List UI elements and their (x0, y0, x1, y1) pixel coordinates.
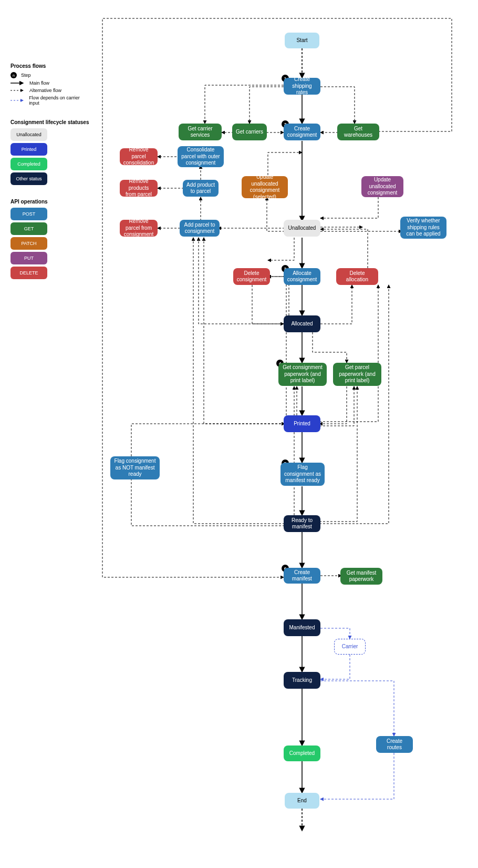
legend-carrier-flow: Flow depends on carrier input (29, 95, 89, 106)
node-ready-manifest: Ready to manifest (284, 515, 320, 532)
node-create-manifest: Create manifest (284, 568, 320, 584)
node-get-warehouses: Get warehouses (337, 124, 379, 140)
node-get-carriers: Get carriers (232, 124, 267, 140)
node-get-consign-paper: Get consignment paperwork (and print lab… (278, 363, 327, 386)
node-carrier: Carrier (334, 639, 366, 655)
node-flag-ready: Flag consignment as manifest ready (280, 463, 325, 486)
swatch-patch: PATCH (11, 237, 47, 250)
node-delete-allocation: Delete allocation (336, 268, 378, 285)
swatch-completed: Completed (11, 158, 47, 170)
node-tracking: Tracking (284, 672, 320, 689)
node-unallocated: Unallocated (284, 220, 320, 237)
node-delete-consignment: Delete consignment (233, 268, 270, 285)
legend-title-statuses: Consignment lifecycle statuses (11, 119, 89, 125)
node-verify-rules: Verify whether shipping rules can be app… (400, 217, 446, 239)
node-get-manifest-paper: Get manifest paperwork (340, 568, 382, 585)
node-start: Start (285, 33, 319, 48)
node-add-parcel: Add parcel to consignment (180, 220, 220, 237)
legend-title-api: API operations (11, 199, 89, 205)
node-update-unalloc-selected: Update unallocated consignment (selected… (242, 176, 288, 198)
legend-title-process: Process flows (11, 63, 89, 69)
legend-process-flows: Process flows nStep Main flow Alternativ… (11, 63, 89, 106)
node-end: End (285, 793, 319, 809)
node-printed: Printed (284, 415, 320, 432)
swatch-put: PUT (11, 252, 47, 264)
node-allocated: Allocated (284, 315, 320, 332)
node-flag-not-ready: Flag consignment as NOT manifest ready (110, 456, 160, 479)
legend-api-ops: API operations POST GET PATCH PUT DELETE (11, 199, 89, 279)
node-remove-products: Remove products from parcel (120, 180, 158, 197)
swatch-post: POST (11, 208, 47, 220)
legend-main-flow: Main flow (29, 80, 49, 86)
node-get-parcel-paper: Get parcel paperwork (and print label) (333, 363, 381, 386)
node-remove-parcel-consol: Remove parcel consolidation (120, 148, 158, 165)
node-consolidate-parcel: Consolidate parcel with outer consignmen… (178, 146, 224, 167)
node-completed: Completed (284, 746, 320, 761)
node-create-routes: Create routes (376, 736, 413, 753)
swatch-printed: Printed (11, 143, 47, 156)
node-create-consignment: Create consignment (284, 124, 320, 140)
node-manifested: Manifested (284, 619, 320, 636)
legend-statuses: Consignment lifecycle statuses Unallocat… (11, 119, 89, 185)
node-allocate: Allocate consignment (284, 268, 320, 285)
node-add-product: Add product to parcel (183, 180, 219, 197)
node-create-rates: Create shipping rates (284, 78, 320, 95)
swatch-delete: DELETE (11, 267, 47, 279)
legend-step: Step (21, 73, 31, 78)
legend-alt-flow: Alternative flow (29, 88, 61, 93)
node-update-unalloc: Update unallocated consignment (361, 176, 403, 197)
step-icon: n (11, 72, 17, 78)
swatch-get: GET (11, 222, 47, 235)
node-get-carrier-services: Get carrier services (179, 124, 222, 140)
node-remove-parcel: Remove parcel from consignment (120, 220, 158, 237)
swatch-other: Other status (11, 172, 47, 185)
flowchart-canvas: Process flows nStep Main flow Alternativ… (11, 11, 467, 857)
swatch-unallocated: Unallocated (11, 128, 47, 141)
legend: Process flows nStep Main flow Alternativ… (11, 63, 89, 293)
